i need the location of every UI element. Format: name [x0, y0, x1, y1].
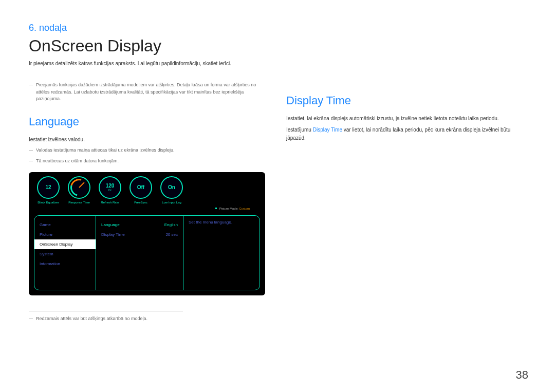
intro-text: Ir pieejams detalizēts katras funkcijas …	[29, 61, 526, 66]
dial-value: On	[168, 184, 175, 190]
dial-circle: On	[160, 176, 183, 199]
osd-nav-label: OnScreen Display	[40, 242, 72, 247]
dial-label: Black Equalizer	[34, 201, 63, 204]
dial: Response Time	[65, 176, 94, 204]
display-time-p1: Iestatiet, lai ekrāna displejs automātis…	[286, 115, 526, 123]
dial-label: FreeSync	[126, 201, 155, 204]
footnote-divider	[29, 311, 183, 311]
osd-nav-label: Picture	[40, 232, 52, 237]
dial-row: 12Black EqualizerResponse Time120HzRefre…	[29, 172, 265, 204]
dial: 120HzRefresh Rate	[96, 176, 124, 204]
osd-options: LanguageEnglishDisplay Time20 sec	[96, 216, 183, 290]
section-heading-language: Language	[29, 115, 269, 128]
osd-option-item[interactable]: LanguageEnglish	[96, 220, 183, 230]
language-note-2: Tā neattiecas uz citām datora funkcijām.	[29, 158, 269, 165]
dial-circle: Off	[130, 176, 152, 199]
display-time-p2: Iestatījumu Display Time var lietot, lai…	[286, 126, 526, 142]
dot-icon	[215, 208, 217, 209]
dial-subvalue: Hz	[108, 189, 112, 192]
osd-nav-item[interactable]: System	[34, 249, 96, 259]
section-heading-display-time: Display Time	[286, 94, 526, 107]
dial-value: 12	[45, 184, 51, 190]
osd-nav: GamePictureOnScreen DisplaySystemInforma…	[34, 216, 96, 290]
dt-p2a: Iestatījumu	[286, 127, 313, 133]
osd-option-value: 20 sec	[165, 232, 178, 237]
osd-option-item[interactable]: Display Time20 sec	[96, 230, 183, 239]
osd-nav-item[interactable]: OnScreen Display	[34, 239, 96, 249]
osd-option-label: Language	[101, 222, 120, 227]
footnote: Redzamais attēls var būt atšķirīgs atkar…	[29, 315, 269, 323]
dial-label: Low Input Lag	[157, 201, 186, 204]
right-column: Display Time Iestatiet, lai ekrāna displ…	[286, 82, 526, 326]
dial-value: 120	[106, 183, 115, 189]
dial-circle	[68, 176, 90, 199]
language-note-1: Valodas iestatījuma maiņa attiecas tikai…	[29, 147, 269, 154]
dial-label: Response Time	[65, 201, 94, 204]
dial-value: Off	[137, 184, 144, 190]
page-number: 38	[516, 368, 528, 382]
osd-nav-item[interactable]: Game	[34, 220, 96, 230]
left-column: Pieejamās funkcijas dažādiem izstrādājum…	[29, 82, 269, 326]
osd-nav-label: System	[40, 252, 53, 256]
dial-circle: 12	[37, 176, 60, 199]
osd-nav-item[interactable]: Information	[34, 259, 96, 269]
dt-highlight: Display Time	[313, 127, 342, 133]
osd-option-label: Display Time	[101, 232, 125, 237]
osd-screenshot: 12Black EqualizerResponse Time120HzRefre…	[29, 172, 265, 295]
osd-nav-item[interactable]: Picture	[34, 230, 96, 239]
picture-mode-indicator: Picture Mode: Custom	[215, 207, 250, 210]
osd-option-value: English	[164, 222, 178, 227]
osd-nav-label: Game	[40, 222, 51, 227]
dial: 12Black Equalizer	[34, 176, 63, 204]
osd-description: Set the menu language.	[183, 216, 260, 290]
osd-nav-label: Information	[40, 262, 60, 266]
dial-label: Refresh Rate	[96, 201, 124, 204]
top-note: Pieejamās funkcijas dažādiem izstrādājum…	[29, 82, 269, 103]
picture-mode-value: Custom	[239, 207, 250, 210]
picture-mode-label: Picture Mode:	[219, 207, 239, 210]
dial-circle: 120Hz	[99, 176, 121, 199]
dial: OnLow Input Lag	[157, 176, 186, 204]
chapter-label: 6. nodaļa	[29, 23, 526, 33]
osd-desc-text: Set the menu language.	[189, 220, 254, 225]
page-title: OnScreen Display	[29, 36, 526, 55]
osd-menu: GamePictureOnScreen DisplaySystemInforma…	[34, 215, 260, 290]
dial: OffFreeSync	[126, 176, 155, 204]
language-body: Iestatiet izvēlnes valodu.	[29, 136, 269, 144]
